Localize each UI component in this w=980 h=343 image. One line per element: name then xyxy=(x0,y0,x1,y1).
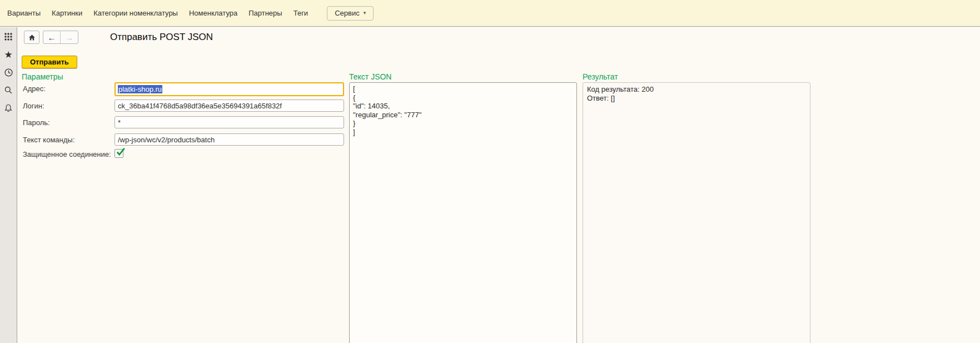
secure-connection-label: Защищенное соединение: xyxy=(23,150,111,158)
json-line: { xyxy=(353,93,573,102)
home-button[interactable] xyxy=(24,31,39,44)
forward-button-disabled[interactable]: → xyxy=(61,31,78,43)
notifications-bell-icon[interactable] xyxy=(3,103,13,113)
json-line: ] xyxy=(353,128,573,137)
result-output-area: Код результата: 200 Ответ: [] xyxy=(583,82,810,343)
json-line: [ xyxy=(353,84,573,93)
parameters-section-header: Параметры xyxy=(22,72,63,81)
menu-grid-icon[interactable] xyxy=(3,32,13,42)
command-text-label: Текст команды: xyxy=(23,136,74,144)
history-clock-icon[interactable] xyxy=(3,67,13,77)
address-selected-text: platki-shop.ru xyxy=(118,85,162,93)
checkbox-checked-icon xyxy=(116,147,126,157)
json-line: "regular_price": "777" xyxy=(353,111,573,120)
service-menu-button[interactable]: Сервис ▾ xyxy=(327,6,374,21)
json-line: "id": 14035, xyxy=(353,102,573,111)
forward-arrow-icon: → xyxy=(65,33,73,42)
command-text-input[interactable] xyxy=(115,133,344,146)
home-icon xyxy=(28,33,36,42)
login-label: Логин: xyxy=(23,102,44,110)
address-label: Адрес: xyxy=(23,84,46,93)
json-text-area[interactable]: [ { "id": 14035, "regular_price": "777" … xyxy=(349,82,577,343)
menu-item-partners[interactable]: Партнеры xyxy=(248,9,282,17)
back-arrow-icon: ← xyxy=(48,33,56,42)
menu-item-item-categories[interactable]: Категории номенклатуры xyxy=(93,9,178,17)
back-button[interactable]: ← xyxy=(43,31,61,43)
result-code-line: Код результата: 200 xyxy=(587,85,806,94)
left-sidebar: ★ xyxy=(0,27,17,343)
service-menu-label: Сервис xyxy=(335,9,360,17)
menu-item-tags[interactable]: Теги xyxy=(293,9,308,17)
top-menu-bar: Варианты Картинки Категории номенклатуры… xyxy=(0,0,980,27)
page-title: Отправить POST JSON xyxy=(110,32,213,43)
json-section-header: Текст JSON xyxy=(349,72,391,81)
password-label: Пароль: xyxy=(23,118,50,127)
chevron-down-icon: ▾ xyxy=(364,10,366,16)
address-input[interactable]: platki-shop.ru xyxy=(115,82,344,96)
login-input[interactable] xyxy=(115,100,344,112)
send-button[interactable]: Отправить xyxy=(22,56,77,68)
form-window: ← → Отправить POST JSON Отправить Параме… xyxy=(18,27,980,343)
password-input[interactable] xyxy=(115,116,344,128)
menu-item-variants[interactable]: Варианты xyxy=(7,9,41,17)
json-line: } xyxy=(353,119,573,128)
search-icon[interactable] xyxy=(3,85,13,95)
history-nav-group: ← → xyxy=(43,31,78,44)
secure-connection-checkbox[interactable] xyxy=(115,149,123,158)
favorites-star-icon[interactable]: ★ xyxy=(3,49,13,59)
result-section-header: Результат xyxy=(583,72,618,81)
menu-item-pictures[interactable]: Картинки xyxy=(52,9,82,17)
result-response-line: Ответ: [] xyxy=(587,94,806,103)
menu-item-nomenclature[interactable]: Номенклатура xyxy=(189,9,237,17)
